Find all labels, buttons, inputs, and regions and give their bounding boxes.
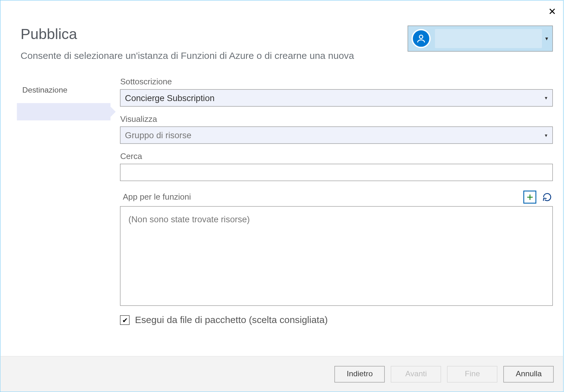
chevron-down-icon: ▼ [544,36,549,41]
finish-button: Fine [447,366,498,382]
apps-actions: + [523,190,553,203]
subscription-value: Concierge Subscription [125,93,214,103]
subscription-select[interactable]: Concierge Subscription ▼ [120,89,553,106]
wizard-nav: Destinazione Istanza di Funzioni [1,77,113,356]
next-button-label: Avanti [405,369,427,378]
svg-point-0 [419,35,423,38]
refresh-button[interactable] [542,191,553,203]
subscription-label: Sottoscrizione [120,77,553,87]
field-search: Cerca [120,151,553,181]
apps-header-row: App per le funzioni + [120,190,553,203]
view-value: Gruppo di risorse [125,130,191,140]
nav-item-functions-instance[interactable]: Istanza di Funzioni [17,103,111,120]
apps-empty-text: (Non sono state trovate risorse) [128,214,250,224]
search-label: Cerca [120,151,553,161]
plus-icon: + [527,191,533,203]
account-avatar-icon [412,29,431,48]
form-area: Sottoscrizione Concierge Subscription ▼ … [113,77,563,356]
check-icon: ✔ [122,316,128,324]
field-subscription: Sottoscrizione Concierge Subscription ▼ [120,77,553,107]
back-button-label: Indietro [347,369,373,378]
add-app-button[interactable]: + [523,190,536,203]
chevron-down-icon: ▼ [544,95,548,100]
account-selector[interactable]: ▼ [408,26,553,52]
account-name-label [435,29,542,48]
view-select[interactable]: Gruppo di risorse ▼ [120,127,553,144]
finish-button-label: Fine [465,369,480,378]
cancel-button-label: Annulla [516,369,542,378]
view-label: Visualizza [120,114,553,124]
run-from-package-label: Esegui da file di pacchetto (scelta cons… [135,315,328,326]
dialog-footer: Indietro Avanti Fine Annulla [1,356,563,392]
apps-label: App per le funzioni [120,192,191,202]
dialog-header: Pubblica Consente di selezionare un'ista… [1,0,563,61]
cancel-button[interactable]: Annulla [504,366,554,382]
content-area: Destinazione Istanza di Funzioni Sottosc… [1,77,563,356]
nav-label: Destinazione [22,86,67,95]
run-from-package-checkbox[interactable]: ✔ [120,315,130,325]
field-view: Visualizza Gruppo di risorse ▼ [120,114,553,144]
nav-item-destination[interactable]: Destinazione [1,82,113,99]
refresh-icon [543,192,552,202]
chevron-down-icon: ▼ [544,133,548,138]
publish-dialog: ✕ Pubblica Consente di selezionare un'is… [0,0,564,392]
run-from-package-row: ✔ Esegui da file di pacchetto (scelta co… [120,315,553,326]
search-input[interactable] [120,164,553,181]
apps-listbox[interactable]: (Non sono state trovate risorse) [120,206,553,306]
next-button: Avanti [391,366,441,382]
dialog-subtitle: Consente di selezionare un'istanza di Fu… [20,50,548,62]
back-button[interactable]: Indietro [335,366,385,382]
